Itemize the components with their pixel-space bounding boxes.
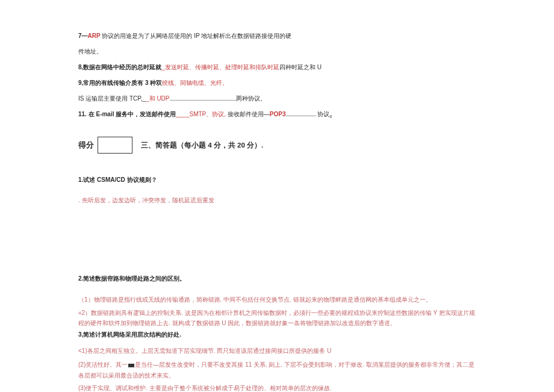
score-label: 得分 xyxy=(78,139,94,152)
q11-prefix: 11. 在 E-mail 服务中，发送邮件使用 xyxy=(78,111,176,117)
sa3-answer1: <1)各层之间相互独立。上层无需知道下层实现细节. 而只知道该层通过接间接口所提… xyxy=(78,346,476,356)
sa2-answer1: （1）物理链路是指行线或无线的传输通路，简称链路. 中间不包括任何交换节点. 链… xyxy=(78,294,476,305)
sa1-question: 1.试述 CSMA/CD 协议规则？ xyxy=(78,175,476,185)
section3-title: 三、简答题（每小题 4 分，共 20 分）. xyxy=(141,140,263,151)
sa3-question: 3,简述计算机网络采用层次结构的好处. xyxy=(78,331,181,338)
sa3-answer2-post: 是当任—层发生改变时，只要不改变其接 11 关系. 则上. 下层不会受到影响，对… xyxy=(78,361,475,379)
q11-red1: ____SMTP、协议, xyxy=(176,111,226,117)
sa3-answer3: (3)便于实现、调试和维护. 主要是由于整个系统被分解成于易于处理的、相对简单的… xyxy=(78,383,476,392)
q11-red2: POP3 xyxy=(270,111,286,117)
q10-red: _和 UDP xyxy=(146,95,169,102)
sa3-answer2-pre: (2)灵活性好。其一 xyxy=(78,361,128,368)
q10-suffix: 两种协议。 xyxy=(236,95,266,102)
q10-prefix: IS 运输层主要使用 TCP,_ xyxy=(78,95,146,102)
q11-blank xyxy=(286,110,316,116)
q8-prefix: 8,数据在网络中经历的总时延就 xyxy=(78,64,161,70)
sa2-question: 2.简述数据帘路和物理处路之间的区别。 xyxy=(78,274,476,284)
q10-blank xyxy=(170,95,236,101)
q9-prefix: 9,常用的有线传输介质有 3 种双 xyxy=(78,79,162,86)
q7-rest1: 协议的用途是为了从网络层使用的 IP 地址解析出在数据链路接使用的硬 xyxy=(101,33,292,39)
q11-suffix: 协议 xyxy=(317,111,329,117)
q8-suffix: 四种时延之和 U xyxy=(279,64,322,70)
q11-mid: 接收邮件使用— xyxy=(228,111,270,117)
sa2-answer2: «2）数据链路则具有逻辑上的控制关系. 这是因为在相邻计算机之间传输数据时，必须… xyxy=(78,308,476,329)
q9-red: 绞线、同轴电缆、光纤。 xyxy=(162,79,228,86)
q7-prefix: 7— xyxy=(78,33,88,39)
sa1-answer: . 先听后发，边发边听，冲突停发，随机延迟后重发 xyxy=(78,196,476,205)
score-row: 得分 三、简答题（每小题 4 分，共 20 分）. xyxy=(78,137,476,154)
q8-red: _发送时延、传播时延、处理时延和排队时延 xyxy=(161,64,279,70)
q11-sub: II xyxy=(329,114,332,119)
q7-red: ARP xyxy=(88,33,101,39)
black-square-icon xyxy=(128,364,134,367)
q7-rest2: 件地址。 xyxy=(78,47,476,57)
score-box xyxy=(98,137,132,154)
